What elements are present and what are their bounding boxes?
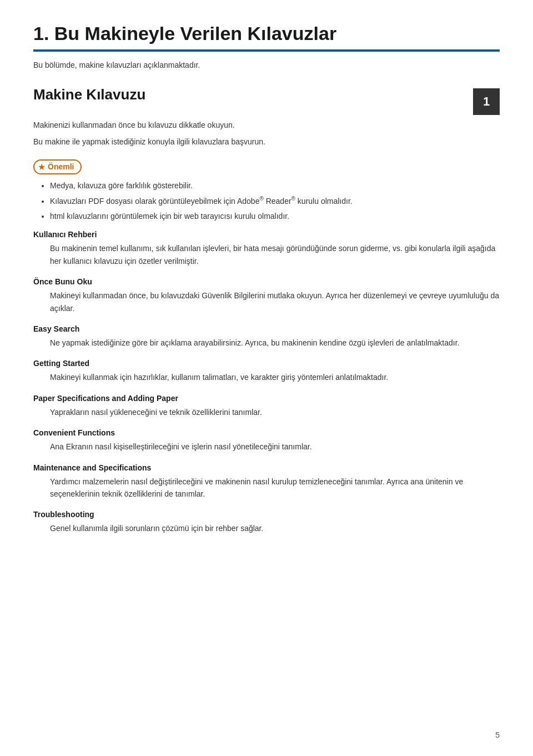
page-number-box: 1	[473, 88, 500, 115]
subsection-paper: Paper Specifications and Adding Paper Ya…	[33, 394, 500, 418]
subsection-kullanici: Kullanıcı Rehberi Bu makinenin temel kul…	[33, 230, 500, 267]
subsection-body-easy-search: Ne yapmak istediğinize göre bir açıklama…	[50, 337, 500, 349]
subsection-title-getting-started: Getting Started	[33, 359, 500, 368]
chapter-divider	[33, 49, 500, 52]
section-desc1: Makinenizi kullanmadan önce bu kılavuzu …	[33, 121, 500, 129]
subsection-title-kullanici: Kullanıcı Rehberi	[33, 230, 500, 239]
important-box: ★ Önemli	[33, 159, 82, 174]
chapter-subtitle: Bu bölümde, makine kılavuzları açıklanma…	[33, 61, 500, 69]
footer-page-number: 5	[495, 730, 500, 739]
bullet-item-3: html kılavuzlarını görüntülemek için bir…	[50, 211, 500, 222]
subsection-body-maintenance: Yardımcı malzemelerin nasıl değiştirilec…	[50, 475, 500, 500]
subsection-title-paper: Paper Specifications and Adding Paper	[33, 394, 500, 403]
subsection-body-convenient: Ana Ekranın nasıl kişiselleştirileceğini…	[50, 440, 500, 453]
section-header-row: Makine Kılavuzu 1	[33, 86, 500, 115]
subsection-maintenance: Maintenance and Specifications Yardımcı …	[33, 463, 500, 500]
subsection-title-troubleshooting: Troubleshooting	[33, 510, 500, 519]
subsection-title-once: Önce Bunu Oku	[33, 277, 500, 286]
subsection-body-getting-started: Makineyi kullanmak için hazırlıklar, kul…	[50, 371, 500, 383]
bullet-list: Medya, kılavuza göre farklılık gösterebi…	[50, 180, 500, 223]
subsection-body-troubleshooting: Genel kullanımla ilgili sorunların çözüm…	[50, 522, 500, 534]
bullet-item-1: Medya, kılavuza göre farklılık gösterebi…	[50, 180, 500, 192]
star-icon: ★	[38, 162, 46, 172]
subsection-once: Önce Bunu Oku Makineyi kullanmadan önce,…	[33, 277, 500, 314]
chapter-title: 1. Bu Makineyle Verilen Kılavuzlar	[33, 22, 500, 45]
subsections-container: Kullanıcı Rehberi Bu makinenin temel kul…	[33, 230, 500, 534]
subsection-title-maintenance: Maintenance and Specifications	[33, 463, 500, 472]
chapter-header: 1. Bu Makineyle Verilen Kılavuzlar Bu bö…	[33, 22, 500, 69]
subsection-convenient: Convenient Functions Ana Ekranın nasıl k…	[33, 428, 500, 453]
subsection-body-kullanici: Bu makinenin temel kullanımı, sık kullan…	[50, 242, 500, 267]
section-title-area: Makine Kılavuzu	[33, 86, 145, 108]
subsection-body-once: Makineyi kullanmadan önce, bu kılavuzdak…	[50, 289, 500, 314]
subsection-title-easy-search: Easy Search	[33, 324, 500, 333]
section-title: Makine Kılavuzu	[33, 86, 145, 103]
important-label: Önemli	[48, 162, 74, 171]
bullet-item-2-text: Kılavuzları PDF dosyası olarak görüntüle…	[50, 197, 353, 206]
subsection-body-paper: Yaprakların nasıl yükleneceğini ve tekni…	[50, 406, 500, 418]
bullet-item-2: Kılavuzları PDF dosyası olarak görüntüle…	[50, 195, 500, 208]
page-container: 1. Bu Makineyle Verilen Kılavuzlar Bu bö…	[0, 0, 533, 756]
subsection-troubleshooting: Troubleshooting Genel kullanımla ilgili …	[33, 510, 500, 534]
subsection-getting-started: Getting Started Makineyi kullanmak için …	[33, 359, 500, 383]
section-desc2: Bu makine ile yapmak istediğiniz konuyla…	[33, 137, 500, 146]
subsection-easy-search: Easy Search Ne yapmak istediğinize göre …	[33, 324, 500, 349]
subsection-title-convenient: Convenient Functions	[33, 428, 500, 437]
